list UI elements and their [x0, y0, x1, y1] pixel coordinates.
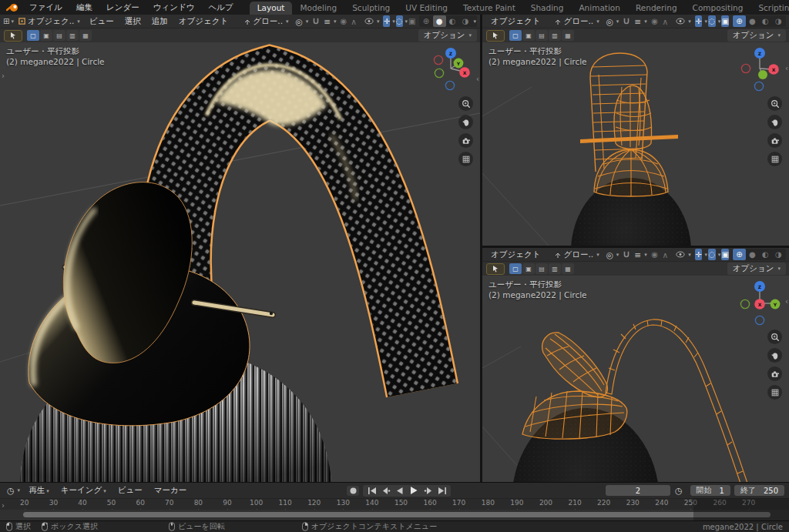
- keying-menu[interactable]: キーイング▾: [55, 484, 112, 497]
- overlays-toggle-icon[interactable]: ◌: [708, 249, 716, 260]
- transform-orientation-dropdown[interactable]: グロー..▾: [551, 249, 602, 261]
- shading-dropdown-icon[interactable]: ▾: [474, 18, 477, 25]
- select-invert-icon[interactable]: ▥: [549, 263, 561, 274]
- pan-hand-icon[interactable]: [458, 115, 473, 129]
- frame-end-field[interactable]: 終了250: [734, 485, 784, 496]
- gizmos-toggle-icon[interactable]: ✛: [383, 15, 390, 27]
- proportional-edit-icon[interactable]: ◉: [651, 249, 659, 260]
- view-menu[interactable]: ビュー: [112, 484, 148, 497]
- pan-hand-icon[interactable]: [767, 115, 782, 129]
- select-invert-icon[interactable]: ▥: [66, 30, 79, 41]
- viewport-menu-item[interactable]: オブジェクト: [173, 15, 233, 28]
- show-object-types-dropdown[interactable]: ▾: [361, 17, 383, 25]
- select-intersect-icon[interactable]: ▦: [79, 30, 92, 41]
- mode-select-dropdown[interactable]: オブジェク..▾: [15, 15, 83, 28]
- orthographic-grid-icon[interactable]: [458, 152, 473, 166]
- navigation-gizmo[interactable]: Z X Y: [738, 279, 783, 326]
- navigation-gizmo[interactable]: Z X: [738, 45, 783, 93]
- shading-wireframe-icon[interactable]: ⊕: [733, 15, 746, 27]
- shading-solid-icon[interactable]: ●: [746, 249, 759, 260]
- topbar-menu-item[interactable]: ファイル: [22, 2, 69, 14]
- select-extend-icon[interactable]: ▣: [522, 30, 535, 41]
- falloff-dropdown[interactable]: ∧: [347, 16, 360, 27]
- show-object-types-dropdown[interactable]: ▾: [673, 250, 694, 259]
- zoom-icon[interactable]: [767, 96, 782, 111]
- current-frame-field[interactable]: 2: [606, 485, 670, 496]
- snap-magnet-icon[interactable]: [623, 15, 630, 27]
- shading-solid-icon[interactable]: ●: [433, 15, 446, 27]
- viewport-bottom-right-canvas[interactable]: ユーザー・平行投影 (2) megane2022 | Circle Z X Y: [482, 276, 789, 482]
- shading-rendered-icon[interactable]: ◑: [772, 249, 785, 260]
- select-set-icon[interactable]: ▢: [509, 263, 522, 274]
- play-button[interactable]: [408, 486, 420, 496]
- active-tool-select-box-button[interactable]: [486, 30, 505, 42]
- orthographic-grid-icon[interactable]: [767, 385, 782, 400]
- zoom-icon[interactable]: [767, 330, 782, 344]
- next-keyframe-button[interactable]: [421, 486, 434, 496]
- shading-wireframe-icon[interactable]: ⊕: [733, 249, 746, 260]
- timeline-track[interactable]: [0, 510, 789, 520]
- topbar-menu-item[interactable]: ウィンドウ: [146, 2, 202, 14]
- xray-toggle-icon[interactable]: ▣: [721, 15, 729, 27]
- object-menu[interactable]: オブジェクト: [485, 249, 546, 261]
- tool-options-dropdown[interactable]: オプション▾: [418, 29, 477, 42]
- timeline-scrollbar[interactable]: [23, 512, 771, 517]
- select-invert-icon[interactable]: ▥: [549, 30, 561, 41]
- select-subtract-icon[interactable]: ▤: [536, 263, 548, 274]
- gizmos-toggle-icon[interactable]: ✛: [695, 15, 703, 27]
- select-subtract-icon[interactable]: ▤: [53, 30, 65, 41]
- navigation-gizmo[interactable]: Z Y X: [429, 45, 474, 93]
- zoom-icon[interactable]: [458, 96, 473, 111]
- pivot-point-dropdown[interactable]: ◎▾: [603, 16, 623, 27]
- shading-solid-icon[interactable]: ●: [746, 15, 759, 27]
- snap-magnet-icon[interactable]: [623, 249, 630, 260]
- xray-toggle-icon[interactable]: ▣: [721, 249, 729, 260]
- pan-hand-icon[interactable]: [767, 348, 782, 363]
- auto-keying-record-button[interactable]: [347, 486, 359, 496]
- snap-target-dropdown[interactable]: ≡▾: [631, 249, 650, 260]
- select-set-icon[interactable]: ▢: [27, 30, 39, 41]
- workspace-tab[interactable]: Layout: [250, 2, 293, 15]
- proportional-edit-icon[interactable]: ◉: [341, 15, 347, 27]
- xray-toggle-icon[interactable]: ▣: [408, 15, 415, 27]
- playback-menu[interactable]: 再生▾: [23, 484, 55, 497]
- snap-magnet-icon[interactable]: [312, 15, 320, 27]
- workspace-tab[interactable]: Texture Paint: [455, 2, 523, 15]
- shading-material-icon[interactable]: ◐: [759, 249, 772, 260]
- active-tool-select-box-button[interactable]: [4, 30, 22, 42]
- timeline-editor-type-icon[interactable]: ◷▾: [5, 486, 22, 496]
- pivot-point-dropdown[interactable]: ◎▾: [603, 249, 623, 260]
- select-subtract-icon[interactable]: ▤: [536, 30, 548, 41]
- viewport-top-right-canvas[interactable]: ユーザー・平行投影 (2) megane2022 | Circle Z X: [482, 42, 789, 246]
- pivot-point-dropdown[interactable]: ◎▾: [293, 16, 312, 27]
- workspace-tab[interactable]: Sculpting: [344, 2, 398, 15]
- workspace-tab[interactable]: Rendering: [628, 2, 685, 15]
- select-intersect-icon[interactable]: ▦: [562, 30, 574, 41]
- topbar-menu-item[interactable]: 編集: [69, 2, 99, 14]
- workspace-tab[interactable]: Shading: [523, 2, 572, 15]
- orthographic-grid-icon[interactable]: [767, 152, 782, 166]
- workspace-tab[interactable]: Modeling: [292, 2, 344, 15]
- active-tool-select-box-button[interactable]: [486, 263, 505, 275]
- select-set-icon[interactable]: ▢: [509, 30, 522, 41]
- tool-options-dropdown[interactable]: オプション▾: [727, 263, 786, 275]
- workspace-tab[interactable]: Scripting: [750, 2, 789, 15]
- topbar-menu-item[interactable]: レンダー: [99, 2, 146, 14]
- blender-logo-icon[interactable]: [6, 2, 19, 13]
- falloff-dropdown[interactable]: ∧: [659, 16, 671, 27]
- object-menu[interactable]: オブジェクト: [485, 15, 546, 28]
- frame-start-field[interactable]: 開始1: [690, 485, 730, 496]
- select-extend-icon[interactable]: ▣: [40, 30, 52, 41]
- shading-wireframe-icon[interactable]: ⊕: [420, 15, 433, 27]
- use-preview-range-clock-icon[interactable]: ◷: [673, 486, 685, 496]
- jump-to-end-button[interactable]: [435, 486, 448, 496]
- snap-target-dropdown[interactable]: ≡▾: [631, 16, 650, 27]
- prev-keyframe-button[interactable]: [380, 486, 392, 496]
- workspace-tab[interactable]: Compositing: [685, 2, 751, 15]
- transform-orientation-dropdown[interactable]: グロー..▾: [551, 15, 602, 28]
- workspace-tab[interactable]: UV Editing: [398, 2, 455, 15]
- falloff-dropdown[interactable]: ∧: [659, 249, 671, 260]
- workspace-tab[interactable]: Animation: [571, 2, 628, 15]
- show-object-types-dropdown[interactable]: ▾: [673, 17, 694, 25]
- shading-rendered-icon[interactable]: ◑: [459, 15, 472, 27]
